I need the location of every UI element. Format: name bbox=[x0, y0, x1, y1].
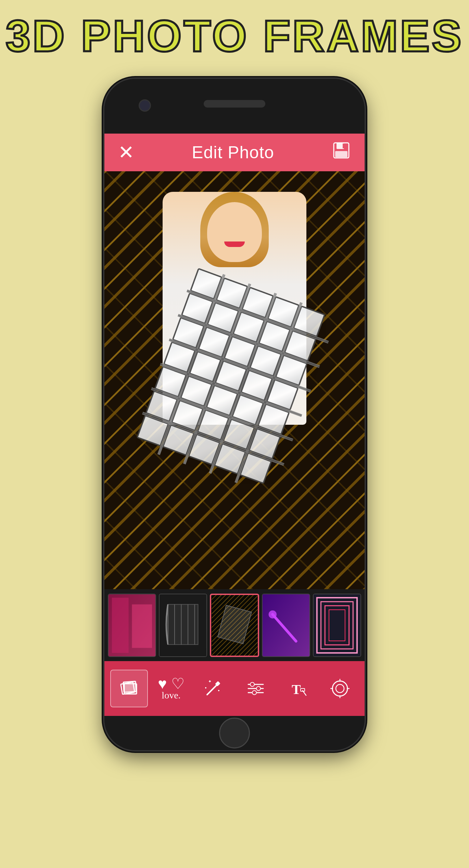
svg-point-73 bbox=[269, 610, 277, 618]
phone-shell: ✕ Edit Photo bbox=[104, 79, 365, 750]
toolbar-stickers-button[interactable]: ♥ ♡ love. bbox=[152, 670, 190, 707]
svg-line-82 bbox=[207, 684, 217, 695]
svg-text:T: T bbox=[292, 682, 301, 697]
toolbar-adjust-button[interactable] bbox=[237, 670, 275, 707]
title-area: 3D PHOTO FRAMES bbox=[5, 14, 463, 58]
toolbar-text-button[interactable]: T bbox=[279, 670, 317, 707]
svg-point-93 bbox=[256, 686, 261, 691]
app-title: 3D PHOTO FRAMES bbox=[5, 14, 463, 58]
save-icon bbox=[332, 141, 351, 160]
svg-rect-59 bbox=[168, 604, 198, 644]
speaker-grille bbox=[204, 100, 265, 108]
front-camera bbox=[139, 99, 151, 112]
photo-edit-area bbox=[104, 171, 365, 589]
thumbnails-strip bbox=[104, 589, 365, 661]
crop-icon bbox=[330, 678, 350, 699]
text-icon: T bbox=[288, 678, 308, 699]
stickers-icon: ♥ ♡ love. bbox=[158, 676, 184, 701]
phone-screen: ✕ Edit Photo bbox=[104, 134, 365, 716]
toolbar-frames-button[interactable] bbox=[110, 670, 148, 707]
header-title: Edit Photo bbox=[192, 142, 274, 162]
home-button[interactable] bbox=[219, 718, 250, 748]
photo-canvas bbox=[104, 171, 365, 589]
svg-point-95 bbox=[252, 691, 256, 695]
toolbar-enhance-button[interactable] bbox=[194, 670, 232, 707]
thumbnail-3[interactable] bbox=[210, 594, 259, 657]
toolbar-crop-button[interactable] bbox=[321, 670, 359, 707]
thumbnail-2[interactable] bbox=[159, 594, 207, 657]
person-mouth bbox=[224, 241, 245, 247]
bottom-toolbar: ♥ ♡ love. bbox=[104, 661, 365, 716]
phone-bottom-bar bbox=[104, 716, 365, 750]
save-button[interactable] bbox=[332, 141, 351, 164]
person-face bbox=[207, 202, 262, 262]
svg-point-100 bbox=[336, 684, 344, 693]
svg-rect-2 bbox=[343, 144, 345, 148]
adjust-icon bbox=[245, 678, 266, 699]
svg-rect-81 bbox=[124, 684, 137, 694]
phone-container: ✕ Edit Photo bbox=[98, 79, 371, 798]
thumbnail-5[interactable] bbox=[313, 594, 361, 657]
svg-point-99 bbox=[332, 681, 347, 696]
svg-rect-71 bbox=[263, 594, 309, 656]
thumbnail-1[interactable] bbox=[108, 594, 156, 657]
svg-rect-57 bbox=[132, 604, 152, 648]
app-header: ✕ Edit Photo bbox=[104, 134, 365, 171]
frames-icon bbox=[119, 678, 139, 699]
svg-rect-3 bbox=[335, 151, 347, 157]
close-button[interactable]: ✕ bbox=[118, 143, 134, 162]
thumbnail-4[interactable] bbox=[262, 594, 310, 657]
svg-rect-56 bbox=[112, 597, 129, 653]
wand-icon bbox=[203, 678, 224, 699]
phone-top-bar bbox=[104, 79, 365, 134]
svg-point-91 bbox=[250, 682, 254, 686]
